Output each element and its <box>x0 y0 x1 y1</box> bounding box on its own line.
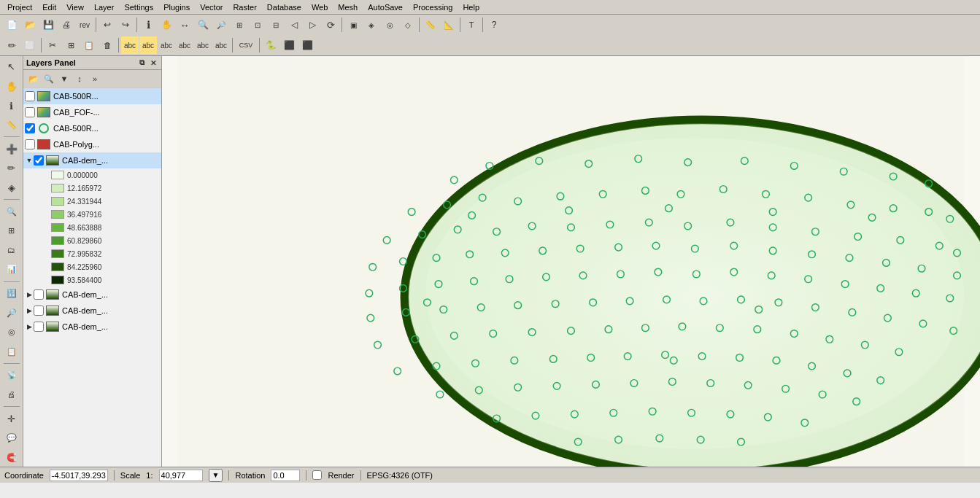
status-rotation-input[interactable] <box>271 470 300 481</box>
tb-open[interactable]: 📂 <box>21 16 39 34</box>
layers-tb-filterby[interactable]: ▼ <box>57 71 72 86</box>
layer-item-cab500r-2[interactable]: CAB-500R... <box>23 120 161 136</box>
expand-arrow-cabdem[interactable]: ▼ <box>25 156 34 165</box>
layer-check-2[interactable] <box>25 107 35 117</box>
tb-revert[interactable]: rev <box>76 16 93 34</box>
status-coordinate-input[interactable] <box>50 470 108 481</box>
status-scale-dropdown[interactable]: ▼ <box>209 469 223 482</box>
tb-zoomin[interactable]: 🔍 <box>194 16 212 34</box>
tb-label4[interactable]: abc <box>176 36 193 54</box>
layer-item-cabdem-2[interactable]: ▶ CAB-dem_... <box>23 287 161 303</box>
expand-arrow-cabdem-4[interactable]: ▶ <box>25 322 34 331</box>
lt-pan[interactable]: ✋ <box>2 77 21 96</box>
tb-zoomlast[interactable]: ◁ <box>285 16 303 34</box>
layer-check-5[interactable] <box>34 155 44 166</box>
tb-select4[interactable]: ◇ <box>399 16 417 34</box>
tb-zoomout[interactable]: 🔎 <box>212 16 230 34</box>
menu-edit[interactable]: Edit <box>38 2 61 12</box>
tb-zoomfull[interactable]: ⊞ <box>231 16 248 34</box>
menu-view[interactable]: View <box>62 2 88 12</box>
tb-cut[interactable]: ✂ <box>44 36 61 54</box>
layer-item-cabdem-main[interactable]: ▼ CAB-dem_... <box>23 152 161 168</box>
tb-measure2[interactable]: 📐 <box>440 16 458 34</box>
lt-cross[interactable]: ✛ <box>2 409 21 428</box>
tb-pan2[interactable]: ↔ <box>176 16 193 34</box>
tb-label1[interactable]: abc <box>121 36 139 54</box>
menu-database[interactable]: Database <box>263 2 306 12</box>
layers-tb-open[interactable]: 📂 <box>26 71 41 86</box>
status-scale-input[interactable] <box>159 470 203 481</box>
menu-vector[interactable]: Vector <box>196 2 227 12</box>
expand-arrow-cabdem-2[interactable]: ▶ <box>25 290 34 299</box>
tb-label5[interactable]: abc <box>194 36 212 54</box>
tb-python[interactable]: 🐍 <box>262 36 279 54</box>
tb-label2[interactable]: abc <box>139 36 157 54</box>
lt-node[interactable]: ◈ <box>2 179 21 198</box>
map-area[interactable] <box>162 56 980 467</box>
tb-undo[interactable]: ↩ <box>99 16 116 34</box>
layers-tb-more[interactable]: » <box>88 71 102 86</box>
layers-tb-filter[interactable]: 🔍 <box>42 71 56 86</box>
tb-help[interactable]: ? <box>485 16 503 34</box>
lt-identify[interactable]: ℹ <box>2 96 21 115</box>
layers-panel-undock[interactable]: ⧉ <box>136 58 147 68</box>
layer-check-4[interactable] <box>25 139 35 149</box>
lt-forms[interactable]: 📋 <box>2 342 21 361</box>
tb-new[interactable]: 📄 <box>3 16 20 34</box>
tb-select2[interactable]: ◈ <box>363 16 380 34</box>
layer-check-8[interactable] <box>34 322 44 332</box>
layer-check-1[interactable] <box>25 91 35 101</box>
lt-search[interactable]: 🔎 <box>2 303 21 322</box>
tb-select3[interactable]: ◎ <box>381 16 398 34</box>
tb-zoomlayer[interactable]: ⊟ <box>267 16 285 34</box>
tb-refresh[interactable]: ⟳ <box>322 16 339 34</box>
tb-identify[interactable]: ℹ <box>139 16 157 34</box>
lt-print[interactable]: 🖨 <box>2 386 21 405</box>
tb-zoomnext[interactable]: ▷ <box>304 16 321 34</box>
menu-settings[interactable]: Settings <box>120 2 158 12</box>
lt-zoomlayer[interactable]: ⊞ <box>2 222 21 241</box>
tb-redo[interactable]: ↪ <box>117 16 134 34</box>
menu-layer[interactable]: Layer <box>90 2 119 12</box>
layer-check-3[interactable] <box>25 123 35 133</box>
layer-item-cabfof[interactable]: CAB_FOF-... <box>23 104 161 120</box>
lt-stats[interactable]: 📊 <box>2 260 21 279</box>
tb-edit1[interactable]: ✏ <box>3 36 20 54</box>
menu-web[interactable]: Web <box>307 2 332 12</box>
tb-paste[interactable]: 📋 <box>80 36 98 54</box>
tb-select1[interactable]: ▣ <box>344 16 362 34</box>
menu-raster[interactable]: Raster <box>228 2 261 12</box>
layers-tb-sort[interactable]: ↕ <box>72 71 87 86</box>
tb-text1[interactable]: T <box>463 16 480 34</box>
tb-edit2[interactable]: ⬜ <box>21 36 39 54</box>
menu-processing[interactable]: Processing <box>409 2 457 12</box>
tb-saveas[interactable]: 🖨 <box>58 16 75 34</box>
tb-label6[interactable]: abc <box>212 36 230 54</box>
menu-mesh[interactable]: Mesh <box>333 2 362 12</box>
lt-select[interactable]: ↖ <box>2 58 21 77</box>
tb-delete[interactable]: 🗑 <box>99 36 116 54</box>
tb-save[interactable]: 💾 <box>39 16 57 34</box>
lt-measure[interactable]: 📏 <box>2 116 21 135</box>
menu-plugins[interactable]: Plugins <box>159 2 194 12</box>
status-render-checkbox[interactable] <box>312 470 322 480</box>
layer-check-7[interactable] <box>34 306 44 316</box>
lt-addlayer[interactable]: ➕ <box>2 139 21 158</box>
tb-copy[interactable]: ⊞ <box>62 36 80 54</box>
layer-check-6[interactable] <box>34 289 44 300</box>
layer-item-cabpoly[interactable]: CAB-Polyg... <box>23 136 161 152</box>
lt-annotation[interactable]: 💬 <box>2 429 21 448</box>
tb-csv[interactable]: CSV <box>235 36 257 54</box>
lt-gps[interactable]: 📡 <box>2 366 21 385</box>
tb-zoomselect[interactable]: ⊡ <box>249 16 266 34</box>
tb-label3[interactable]: abc <box>158 36 175 54</box>
lt-attribute[interactable]: 🗂 <box>2 241 21 260</box>
lt-zoom[interactable]: 🔍 <box>2 202 21 221</box>
tb-plugin2[interactable]: ⬛ <box>298 36 316 54</box>
tb-plugin1[interactable]: ⬛ <box>280 36 298 54</box>
layer-item-cab500r-1[interactable]: CAB-500R... <box>23 88 161 104</box>
lt-digitize[interactable]: ✏ <box>2 159 21 178</box>
lt-spatial[interactable]: ◎ <box>2 323 21 342</box>
menu-help[interactable]: Help <box>458 2 484 12</box>
tb-measure1[interactable]: 📏 <box>422 16 439 34</box>
